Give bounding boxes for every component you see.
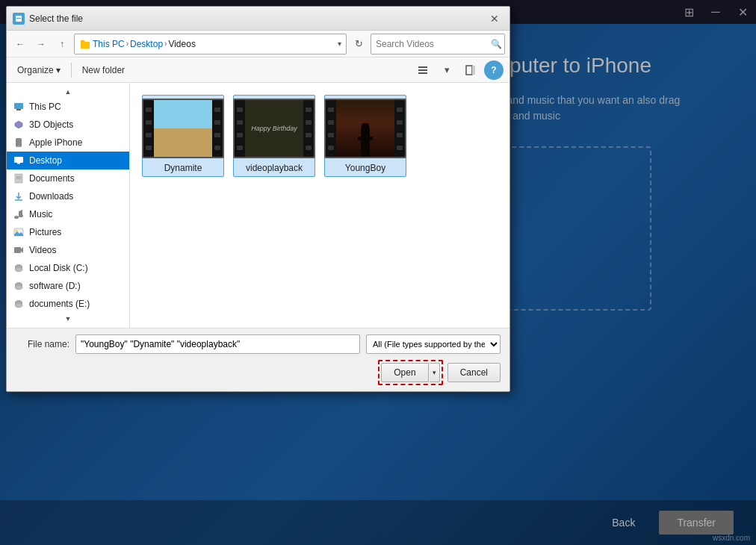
sidebar-item-downloads[interactable]: Downloads: [7, 187, 129, 205]
sidebar-item-apple-iphone[interactable]: Apple iPhone: [7, 134, 129, 152]
action-row: Open ▾ Cancel: [16, 360, 501, 385]
thumbnail-image-videoplayback: Happy Birthday: [245, 100, 303, 157]
sidebar-item-videos[interactable]: Videos: [7, 241, 129, 259]
up-navigation-button[interactable]: ↑: [53, 35, 71, 53]
silhouette-icon: [358, 123, 373, 157]
search-box[interactable]: 🔍: [371, 34, 505, 54]
scroll-down-arrow-icon[interactable]: ▼: [61, 314, 75, 323]
breadcrumb-sep-1: ›: [126, 40, 128, 48]
sidebar-item-desktop[interactable]: Desktop: [7, 152, 129, 169]
breadcrumb-videos: Videos: [168, 39, 195, 49]
thumbnail-videoplayback: Happy Birthday: [233, 99, 315, 158]
film-strip-left-icon: [326, 100, 336, 157]
sidebar-label: Videos: [29, 245, 56, 255]
scroll-up-arrow-icon[interactable]: ▲: [61, 87, 75, 96]
film-strip-left-icon: [235, 100, 245, 157]
svg-rect-15: [17, 163, 20, 164]
film-strip-left-icon: [143, 100, 154, 157]
thumb-content: [336, 100, 394, 157]
svg-rect-1: [16, 18, 21, 19]
file-label-dynamite: Dynamite: [164, 163, 202, 173]
svg-marker-25: [21, 247, 23, 253]
film-strip-right-icon: [303, 100, 314, 157]
forward-navigation-button[interactable]: →: [32, 35, 50, 53]
svg-rect-10: [16, 109, 21, 110]
sidebar-item-localdisk[interactable]: Local Disk (C:): [7, 259, 129, 277]
sidebar-scroll-down[interactable]: ▼: [7, 313, 129, 325]
back-navigation-button[interactable]: ←: [11, 35, 29, 53]
dialog-addressbar: ← → ↑ This PC › Desktop › Videos ▾ ↻ 🔍: [7, 31, 509, 57]
sidebar-label: Pictures: [29, 227, 61, 237]
dialog-bottom: File name: All (File types supported by …: [7, 328, 509, 391]
sidebar-label: This PC: [29, 102, 61, 112]
thumb-text: Happy Birthday: [251, 125, 297, 132]
svg-marker-11: [15, 121, 22, 128]
svg-rect-5: [418, 69, 427, 71]
document-icon: [13, 172, 25, 184]
search-input[interactable]: [376, 39, 488, 49]
sidebar-item-thispc[interactable]: This PC: [7, 98, 129, 116]
dialog-overlay: Select the file ✕ ← → ↑ This PC › Deskto…: [0, 0, 756, 545]
disk-icon: [13, 280, 25, 292]
open-dropdown-button[interactable]: ▾: [430, 363, 440, 382]
desktop-icon: [13, 155, 25, 166]
open-button-wrapper: Open ▾: [378, 360, 442, 385]
video-icon: [13, 244, 25, 256]
view-list-button[interactable]: [412, 60, 433, 80]
svg-rect-2: [81, 42, 90, 49]
thumbnail-youngboy: [324, 99, 406, 158]
file-item-dynamite[interactable]: Dynamite: [142, 95, 224, 177]
organize-button[interactable]: Organize ▾: [13, 63, 65, 77]
sidebar-item-music[interactable]: Music: [7, 205, 129, 223]
svg-point-28: [15, 267, 22, 272]
breadcrumb-desktop[interactable]: Desktop: [130, 39, 163, 49]
thumbnail-image-dynamite: [154, 100, 212, 157]
file-item-youngboy[interactable]: YoungBoy: [324, 95, 406, 177]
sidebar-label: Local Disk (C:): [29, 263, 88, 273]
sidebar-item-3dobjects[interactable]: 3D Objects: [7, 116, 129, 134]
watermark: wsxdn.com: [713, 534, 750, 542]
breadcrumb-dropdown-arrow[interactable]: ▾: [338, 40, 341, 48]
breadcrumb-bar: This PC › Desktop › Videos ▾: [74, 34, 347, 54]
file-label-youngboy: YoungBoy: [345, 163, 385, 173]
svg-rect-3: [81, 40, 84, 43]
sidebar-item-documents[interactable]: Documents: [7, 169, 129, 187]
open-button[interactable]: Open: [381, 363, 428, 382]
svg-point-23: [16, 230, 18, 232]
svg-rect-7: [466, 66, 472, 75]
sidebar-label: 3D Objects: [29, 119, 73, 130]
thumbnail-dynamite: [142, 99, 224, 158]
refresh-button[interactable]: ↻: [350, 35, 368, 53]
sidebar-item-pictures[interactable]: Pictures: [7, 223, 129, 241]
filename-input[interactable]: [75, 334, 360, 354]
picture-icon: [13, 226, 25, 238]
svg-point-34: [15, 303, 22, 308]
cancel-button[interactable]: Cancel: [447, 363, 501, 382]
toolbar-right: ▾ ?: [412, 60, 504, 80]
toolbar-separator: [71, 63, 72, 78]
breadcrumb-thispc[interactable]: This PC: [93, 39, 125, 49]
new-folder-button[interactable]: New folder: [78, 63, 129, 77]
sidebar-label: Documents: [29, 173, 75, 184]
filetype-select[interactable]: All (File types supported by the: [366, 334, 501, 354]
svg-rect-14: [14, 157, 23, 163]
view-dropdown-button[interactable]: ▾: [436, 60, 457, 80]
dialog-titlebar: Select the file ✕: [7, 7, 509, 31]
sidebar-scroll-up[interactable]: ▲: [7, 86, 129, 98]
computer-icon: [13, 101, 25, 113]
file-item-videoplayback[interactable]: Happy Birthday videoplayback: [233, 95, 315, 177]
music-icon: [13, 208, 25, 220]
dialog-close-button[interactable]: ✕: [486, 10, 504, 28]
phone-icon: [13, 137, 25, 149]
disk-icon: [13, 262, 25, 274]
thumb-content: [154, 100, 212, 157]
sidebar-label: Desktop: [29, 155, 62, 166]
sidebar-label: documents (E:): [29, 299, 90, 309]
dialog-main: ▲ This PC 3D Objects: [7, 83, 509, 328]
sidebar-item-documents-e[interactable]: documents (E:): [7, 295, 129, 313]
preview-pane-button[interactable]: [460, 60, 481, 80]
sidebar-item-software[interactable]: software (D:): [7, 277, 129, 295]
organize-arrow-icon: ▾: [56, 65, 61, 75]
help-button[interactable]: ?: [484, 60, 504, 80]
filename-row: File name: All (File types supported by …: [16, 334, 501, 354]
